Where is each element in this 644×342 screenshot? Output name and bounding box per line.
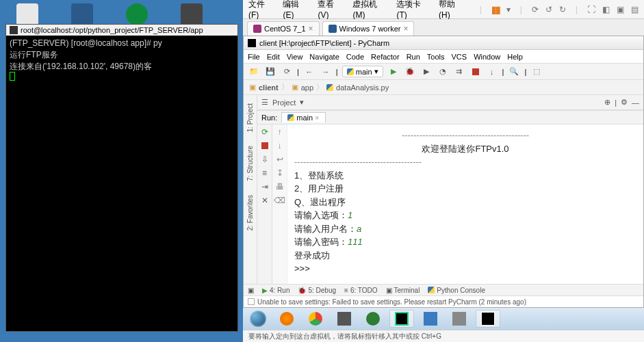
taskbar-app1[interactable] bbox=[332, 310, 357, 328]
layout-icon[interactable]: ≡ bbox=[260, 168, 270, 178]
vm-snapshot-icon[interactable]: ⟳ bbox=[532, 5, 539, 14]
close-icon[interactable]: × bbox=[403, 24, 408, 34]
tab-pyconsole[interactable]: Python Console bbox=[428, 287, 485, 294]
target-icon[interactable]: ⊕ bbox=[604, 98, 610, 107]
output-prompt: 请输入用户名： bbox=[294, 224, 357, 234]
terminal-window[interactable]: root@localhost:/opt/python_project/FTP_S… bbox=[5, 24, 238, 332]
open-icon[interactable]: 📁 bbox=[248, 66, 260, 78]
menu-view[interactable]: View bbox=[287, 53, 303, 61]
show-tabs-icon[interactable]: ▣ bbox=[248, 287, 254, 294]
breadcrumb-item[interactable]: app bbox=[301, 83, 313, 92]
warn-icon[interactable] bbox=[248, 298, 255, 305]
vm-menu-file[interactable]: 文件(F) bbox=[248, 0, 273, 20]
vm-unity-icon[interactable]: ◧ bbox=[602, 5, 610, 14]
vm-dropdown-icon[interactable]: ▾ bbox=[506, 5, 511, 14]
breadcrumb-item[interactable]: dataAnalysis.py bbox=[336, 83, 389, 92]
save-icon[interactable]: 💾 bbox=[264, 66, 276, 78]
run-config-dropdown[interactable]: main ▾ bbox=[342, 66, 383, 77]
close-icon[interactable]: × bbox=[315, 114, 319, 122]
vm-tab-centos[interactable]: CentOS 7_1 × bbox=[247, 21, 320, 36]
project-label[interactable]: Project bbox=[272, 98, 296, 107]
close-all-icon[interactable]: ✕ bbox=[260, 196, 270, 205]
profile-icon[interactable]: ◔ bbox=[437, 66, 449, 78]
vm-status-text: 要将输入定向到这台虚拟机，请将鼠标指针移入其中或按 Ctrl+G bbox=[248, 332, 441, 341]
menu-edit[interactable]: Edit bbox=[267, 53, 280, 61]
hide-icon[interactable]: — bbox=[632, 98, 639, 107]
vm-layout2-icon[interactable]: ▤ bbox=[631, 5, 639, 14]
menu-window[interactable]: Window bbox=[474, 53, 500, 61]
vm-fullscreen-icon[interactable]: ⛶ bbox=[587, 5, 595, 14]
run-output[interactable]: ----------------------------------------… bbox=[287, 124, 643, 284]
close-icon[interactable]: × bbox=[309, 24, 313, 34]
vcs-update-icon[interactable]: ↓ bbox=[486, 66, 498, 78]
refresh-icon[interactable]: ⟳ bbox=[281, 66, 293, 78]
stop-button[interactable] bbox=[261, 142, 268, 149]
vm-layout-icon[interactable]: ▣ bbox=[617, 5, 624, 14]
start-button[interactable] bbox=[246, 309, 270, 328]
pycharm-titlebar[interactable]: client [H:\project\FTP\client] - PyCharm bbox=[244, 36, 643, 50]
output-prompt-cursor[interactable]: >>> bbox=[294, 262, 636, 276]
scroll-icon[interactable]: ↧ bbox=[276, 168, 283, 178]
menu-refactor[interactable]: Refactor bbox=[371, 53, 400, 61]
gear-icon[interactable]: ⚙ bbox=[621, 98, 628, 107]
tab-todo[interactable]: ≡6: TODO bbox=[344, 287, 378, 294]
print-icon[interactable]: 🖶 bbox=[276, 182, 284, 192]
vm-menubar: 文件(F) 编辑(E) 查看(V) 虚拟机(M) 选项卡(T) 帮助(H) | … bbox=[243, 0, 644, 19]
breadcrumb-item[interactable]: client bbox=[259, 83, 279, 92]
search-icon[interactable]: 🔍 bbox=[508, 66, 520, 78]
menu-file[interactable]: File bbox=[248, 53, 260, 61]
taskbar-chrome[interactable] bbox=[303, 310, 328, 328]
rerun-button[interactable]: ⟳ bbox=[260, 127, 270, 137]
python-file-icon bbox=[326, 84, 333, 91]
softwrap-icon[interactable]: ↩ bbox=[276, 155, 283, 164]
back-icon[interactable]: ← bbox=[303, 66, 315, 78]
tab-debug[interactable]: 🐞5: Debug bbox=[298, 287, 336, 294]
taskbar-print[interactable] bbox=[447, 310, 472, 328]
debug-button[interactable]: 🐞 bbox=[404, 66, 416, 78]
stop-button[interactable] bbox=[472, 68, 479, 75]
project-view-icon[interactable]: ☰ bbox=[261, 98, 268, 107]
side-tab-project[interactable]: 1: Project bbox=[245, 96, 255, 139]
vm-pause-button[interactable]: ▮▮ bbox=[491, 4, 500, 15]
terminal-body[interactable]: (FTP_SERVER) [root@localhost app]# py 运行… bbox=[6, 36, 237, 86]
terminal-titlebar[interactable]: root@localhost:/opt/python_project/FTP_S… bbox=[6, 25, 237, 36]
vm-menu-tabs[interactable]: 选项卡(T) bbox=[396, 0, 429, 20]
menu-navigate[interactable]: Navigate bbox=[309, 53, 339, 61]
menu-vcs[interactable]: VCS bbox=[452, 53, 467, 61]
run-tab-main[interactable]: main × bbox=[281, 112, 325, 122]
vm-snapshot-back-icon[interactable]: ↺ bbox=[545, 5, 552, 14]
tab-terminal[interactable]: ▣Terminal bbox=[386, 287, 420, 294]
forward-icon[interactable]: → bbox=[320, 66, 332, 78]
taskbar-firefox[interactable] bbox=[274, 310, 299, 328]
menu-run[interactable]: Run bbox=[407, 53, 420, 61]
output-prompt: 请输入密码： bbox=[294, 237, 348, 247]
concurrency-icon[interactable]: ⇉ bbox=[453, 66, 465, 78]
taskbar-cmd[interactable] bbox=[476, 310, 500, 328]
taskbar-editor[interactable] bbox=[418, 310, 443, 328]
side-tab-structure[interactable]: 7: Structure bbox=[245, 139, 255, 188]
vm-tab-windows[interactable]: Windows 7 worker × bbox=[322, 21, 415, 36]
pin-icon[interactable]: ⇥ bbox=[260, 182, 270, 192]
folder-icon: ▣ bbox=[249, 83, 256, 92]
menu-code[interactable]: Code bbox=[346, 53, 364, 61]
clear-icon[interactable]: ⌫ bbox=[274, 196, 285, 205]
run-button[interactable]: ▶ bbox=[387, 66, 400, 78]
menu-help[interactable]: Help bbox=[507, 53, 523, 61]
pause-icon[interactable]: ⇩ bbox=[260, 155, 270, 164]
side-tab-favorites[interactable]: 2: Favorites bbox=[245, 188, 255, 237]
vm-menu-vm[interactable]: 虚拟机(M) bbox=[352, 0, 387, 20]
chevron-down-icon[interactable]: ▾ bbox=[300, 98, 304, 107]
down-icon[interactable]: ↓ bbox=[278, 141, 282, 150]
up-icon[interactable]: ↑ bbox=[278, 127, 282, 137]
vm-menu-view[interactable]: 查看(V) bbox=[318, 0, 343, 20]
vm-menu-edit[interactable]: 编辑(E) bbox=[283, 0, 308, 20]
vm-menu-help[interactable]: 帮助(H) bbox=[439, 0, 465, 20]
taskbar-appcircle[interactable] bbox=[361, 310, 385, 328]
tab-run[interactable]: ▶4: Run bbox=[262, 287, 289, 294]
menu-tools[interactable]: Tools bbox=[427, 53, 445, 61]
coverage-icon[interactable]: ▶ bbox=[420, 66, 433, 78]
vm-snapshot-fw-icon[interactable]: ↻ bbox=[559, 5, 566, 14]
taskbar-pycharm[interactable] bbox=[389, 310, 414, 328]
settings-ext-icon[interactable]: ⬚ bbox=[530, 66, 543, 78]
pycharm-title-text: client [H:\project\FTP\client] - PyCharm bbox=[259, 39, 389, 47]
